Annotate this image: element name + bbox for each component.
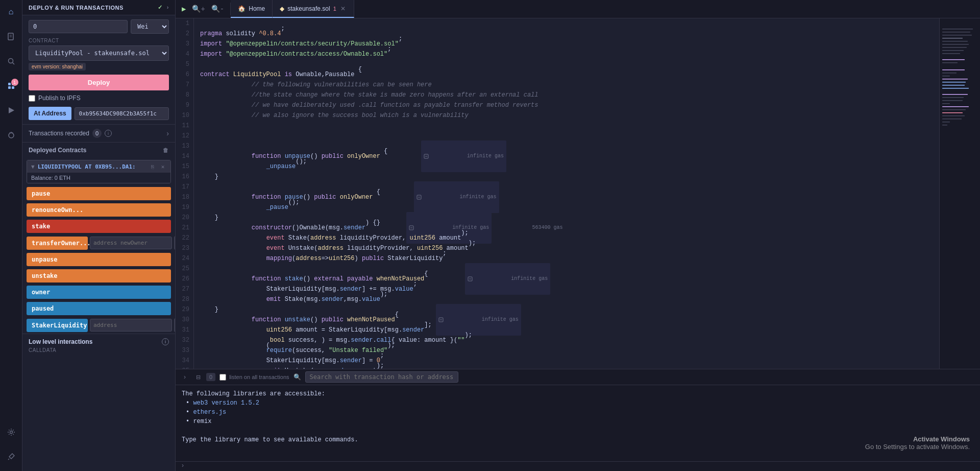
- code-line: constructor()Ownable(msg.sender) {} infi…: [200, 223, 933, 233]
- code-line: [200, 131, 933, 141]
- gas-unit-select[interactable]: Wei Gwei Ether: [131, 19, 169, 34]
- transactions-row: Transactions recorded 0 i ›: [22, 124, 175, 143]
- terminal-search-input[interactable]: [305, 371, 458, 383]
- paused-button[interactable]: paused: [27, 302, 171, 315]
- tab-bar: ▶ 🔍+ 🔍- 🏠 Home ◆ stakeunsafe.sol 1 ✕: [176, 0, 980, 18]
- stake-button[interactable]: stake: [27, 220, 171, 233]
- staker-liquidity-input[interactable]: [90, 319, 172, 332]
- activate-windows-subtitle: Go to Settings to activate Windows.: [865, 443, 970, 451]
- code-line: [200, 182, 933, 192]
- svg-rect-46: [942, 97, 964, 98]
- panel-header: DEPLOY & RUN TRANSACTIONS ✓ ›: [22, 0, 175, 15]
- terminal-footer: ›: [176, 461, 980, 471]
- svg-rect-26: [940, 18, 980, 274]
- svg-point-14: [10, 431, 12, 434]
- terminal: › ⊟ 0 listen on all transactions 🔍 The f…: [176, 369, 980, 471]
- terminal-minimize-icon[interactable]: ⊟: [194, 373, 202, 381]
- publish-ipfs-checkbox[interactable]: [29, 95, 35, 102]
- remove-contract-icon[interactable]: ✕: [159, 163, 166, 170]
- unpause-button[interactable]: unpause: [27, 253, 171, 266]
- svg-rect-7: [8, 86, 11, 89]
- svg-rect-48: [942, 103, 950, 104]
- svg-rect-8: [12, 86, 14, 89]
- clear-contracts-icon[interactable]: 🗑: [162, 147, 169, 154]
- terminal-expand-icon[interactable]: ›: [180, 373, 190, 381]
- staker-liquidity-button[interactable]: StakerLiquidity: [27, 319, 88, 332]
- gas-input[interactable]: [29, 20, 128, 33]
- deploy-run-icon[interactable]: [3, 102, 19, 119]
- balance-row: Balance: 0 ETH: [27, 173, 170, 183]
- deploy-button[interactable]: Deploy: [29, 75, 169, 90]
- low-level-info-icon[interactable]: i: [162, 338, 169, 345]
- code-line: // the following vulnerabilities can be …: [200, 80, 933, 90]
- contract-label: CONTRACT: [29, 38, 169, 43]
- pause-button[interactable]: pause: [27, 187, 171, 200]
- svg-point-10: [9, 133, 14, 138]
- expand-icon[interactable]: ›: [167, 4, 169, 11]
- contract-chevron[interactable]: ▼: [31, 163, 35, 170]
- svg-rect-28: [942, 32, 970, 33]
- svg-rect-37: [942, 62, 958, 63]
- calldata-label: CALLDATA: [29, 347, 169, 353]
- code-line: [200, 141, 933, 151]
- settings-icon[interactable]: [3, 424, 19, 440]
- svg-line-4: [12, 63, 14, 65]
- listen-label: listen on all transactions: [229, 374, 289, 380]
- zoom-out-icon[interactable]: 🔍-: [209, 3, 226, 15]
- owner-button[interactable]: owner: [27, 286, 171, 299]
- home-icon[interactable]: ⌂: [3, 4, 19, 20]
- svg-rect-39: [942, 73, 957, 74]
- svg-rect-42: [942, 82, 966, 83]
- svg-rect-47: [942, 100, 963, 101]
- transfer-owner-button[interactable]: transferOwner...: [27, 237, 88, 250]
- terminal-body: The following libraries are accessible: …: [176, 385, 980, 461]
- search-icon[interactable]: [3, 53, 19, 69]
- code-line: _unpause();: [200, 161, 933, 172]
- code-line: // we also ignore the success bool which…: [200, 110, 933, 121]
- contract-select[interactable]: LiquidityPool - stakeunsafe.sol: [29, 45, 169, 61]
- terminal-line: [182, 426, 974, 435]
- svg-rect-54: [942, 122, 950, 123]
- home-tab[interactable]: 🏠 Home: [231, 0, 273, 18]
- files-icon[interactable]: [3, 29, 19, 45]
- svg-line-15: [8, 459, 9, 460]
- transfer-owner-row: transferOwner... ▾: [27, 236, 171, 250]
- gas-inline-18: infinite gas: [414, 181, 499, 213]
- file-tab[interactable]: ◆ stakeunsafe.sol 1 ✕: [273, 0, 354, 18]
- at-address-input[interactable]: [75, 107, 169, 120]
- transactions-info-icon[interactable]: i: [105, 130, 112, 137]
- transactions-expand-button[interactable]: ›: [166, 129, 169, 137]
- debug-icon[interactable]: [3, 127, 19, 143]
- web3-link[interactable]: web3 version 1.5.2: [193, 399, 259, 407]
- at-address-button[interactable]: At Address: [29, 107, 71, 120]
- terminal-search-icon: 🔍: [293, 373, 301, 381]
- svg-rect-35: [942, 53, 960, 54]
- tx-count-badge: 0: [92, 129, 102, 138]
- transfer-owner-input[interactable]: [90, 237, 172, 249]
- listen-checkbox[interactable]: [219, 374, 226, 381]
- svg-rect-53: [942, 119, 962, 120]
- code-area[interactable]: pragma solidity ^0.8.4; import "@openzep…: [194, 18, 939, 369]
- zoom-in-icon[interactable]: 🔍+: [190, 3, 207, 15]
- plugin-icon[interactable]: 1: [3, 78, 19, 94]
- ethers-link[interactable]: ethers.js: [193, 409, 226, 416]
- run-icon[interactable]: ▶: [180, 3, 188, 15]
- svg-rect-36: [942, 59, 965, 60]
- copy-address-icon[interactable]: ⎘: [149, 163, 156, 170]
- file-tab-close[interactable]: ✕: [339, 5, 347, 12]
- terminal-count: 0: [206, 373, 215, 381]
- evm-badge: evm version: shanghai: [29, 63, 86, 70]
- panel-title: DEPLOY & RUN TRANSACTIONS: [29, 5, 124, 11]
- terminal-bottom-expand[interactable]: ›: [180, 462, 186, 469]
- code-line: // we have deliberately used .call funct…: [200, 100, 933, 110]
- icon-bar: ⌂ 1: [0, 0, 22, 471]
- unstake-button[interactable]: unstake: [27, 269, 171, 282]
- terminal-header: › ⊟ 0 listen on all transactions 🔍: [176, 369, 980, 385]
- code-line: function stake() external payable whenNo…: [200, 274, 933, 284]
- low-level-label: Low level interactions: [29, 338, 92, 345]
- renounce-button[interactable]: renounceOwn...: [27, 203, 171, 217]
- tab-bar-icons: ▶ 🔍+ 🔍-: [176, 3, 231, 15]
- tools-icon[interactable]: [3, 449, 19, 465]
- svg-rect-49: [942, 106, 969, 107]
- file-tab-label: stakeunsafe.sol: [287, 5, 330, 12]
